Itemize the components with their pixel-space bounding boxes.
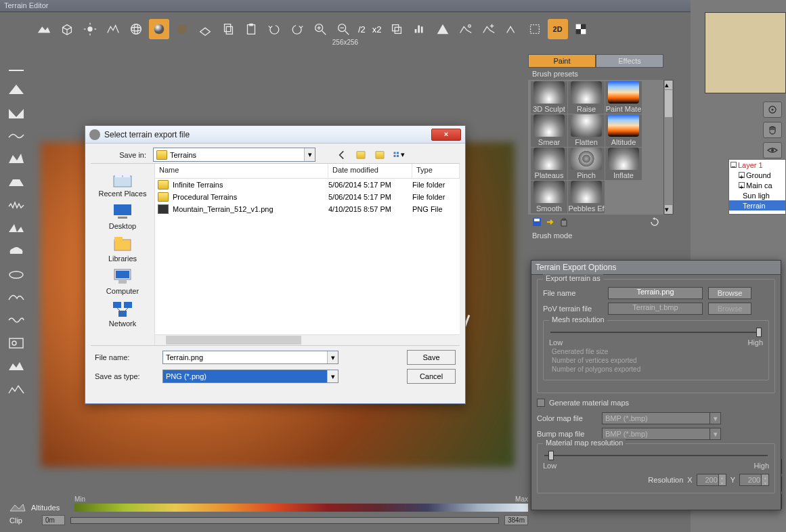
export-title[interactable]: Terrain Export Options [531, 261, 781, 275]
tool-checker-icon[interactable] [571, 19, 591, 39]
lt-cliff-icon[interactable] [5, 218, 27, 237]
clip-low[interactable]: 0m [42, 515, 65, 525]
brush-paint-material[interactable]: Paint Mate [605, 81, 642, 114]
tool-select-icon[interactable] [525, 19, 545, 39]
tool-hist-icon[interactable] [410, 19, 430, 39]
place-desktop[interactable]: Desktop [109, 200, 136, 231]
tool-sun-icon[interactable] [80, 19, 100, 39]
file-row[interactable]: Mountain_Terrain_512_v1.png 4/10/2015 8:… [155, 203, 460, 215]
tool-fx-icon[interactable] [456, 19, 476, 39]
layer-sun[interactable]: Sun ligh [743, 192, 770, 200]
tool-2d-button[interactable]: 2D [548, 19, 568, 39]
tool-globe-icon[interactable] [126, 19, 146, 39]
browse-filename-button[interactable]: Browse [708, 287, 751, 299]
place-network[interactable]: Network [109, 298, 136, 329]
file-row[interactable]: Infinite Terrains 5/06/2014 5:17 PM File… [155, 179, 460, 191]
tool-x2-button[interactable]: x2 [370, 19, 384, 39]
brush-raise[interactable]: Raise [568, 81, 605, 114]
place-libraries[interactable]: Libraries [108, 233, 137, 264]
lt-smooth-icon[interactable] [5, 126, 27, 145]
altitudes-gradient[interactable]: Min Max [74, 504, 528, 512]
res-y-input[interactable]: 200▴▾ [739, 474, 769, 486]
brush-plateaus[interactable]: Plateaus [531, 148, 567, 180]
layer-terrain[interactable]: Terrain [743, 202, 766, 210]
res-x-input[interactable]: 200▴▾ [697, 474, 726, 486]
gen-material-maps-check[interactable]: Generate material maps [537, 399, 775, 407]
tab-paint[interactable]: Paint [528, 54, 596, 68]
cancel-button[interactable]: Cancel [407, 369, 456, 384]
lt-waves-icon[interactable] [5, 310, 27, 329]
chevron-down-icon[interactable]: ▾ [304, 148, 315, 161]
tool-brush-icon[interactable] [502, 19, 522, 39]
tool-plane-icon[interactable] [195, 19, 215, 39]
lt-mesa-icon[interactable] [5, 172, 27, 191]
lt-peak-icon[interactable] [5, 80, 27, 99]
layer-tree[interactable]: −Layer 1 +Ground +Main ca Sun ligh Terra… [728, 159, 786, 215]
col-date[interactable]: Date modified [328, 164, 412, 178]
preview-target-icon[interactable] [763, 102, 782, 118]
tool-half-button[interactable]: /2 [356, 19, 368, 39]
nav-up-icon[interactable] [355, 149, 367, 161]
preview-hand-icon[interactable] [763, 122, 782, 138]
lt-erosion-icon[interactable] [5, 287, 27, 306]
tool-crop-icon[interactable] [387, 19, 407, 39]
tool-sphere2-icon[interactable] [172, 19, 192, 39]
preset-save-icon[interactable] [532, 217, 542, 227]
preset-reset-icon[interactable] [650, 217, 659, 227]
chevron-down-icon[interactable]: ▾ [327, 351, 338, 363]
preset-delete-icon[interactable] [559, 217, 569, 227]
col-name[interactable]: Name [155, 164, 328, 178]
brush-inflate[interactable]: Inflate [605, 148, 642, 180]
tool-redo-icon[interactable] [287, 19, 307, 39]
place-recent[interactable]: Recent Places [99, 168, 147, 199]
save-in-combo[interactable]: Terrains ▾ [153, 148, 315, 162]
brush-pebbles[interactable]: Pebbles Ef [568, 181, 605, 213]
tool-undo-icon[interactable] [264, 19, 284, 39]
tool-terrain-icon[interactable] [34, 19, 54, 39]
save-button[interactable]: Save [407, 350, 456, 365]
tool-zoomout-icon[interactable] [333, 19, 353, 39]
file-dialog-titlebar[interactable]: Select terrain export file × [85, 126, 465, 143]
file-list-header[interactable]: Name Date modified Type [155, 164, 460, 179]
view-menu-icon[interactable]: ▾ [393, 149, 405, 161]
nav-back-icon[interactable] [336, 149, 348, 161]
place-computer[interactable]: Computer [106, 265, 139, 296]
tool-sphere-icon[interactable] [149, 19, 169, 39]
export-filename-input[interactable]: Terrain.png [608, 287, 703, 299]
col-type[interactable]: Type [412, 164, 460, 178]
preset-export-icon[interactable] [546, 217, 555, 227]
lt-mountains2-icon[interactable] [5, 379, 27, 398]
tool-cube-icon[interactable] [57, 19, 77, 39]
brush-smooth[interactable]: Smooth [531, 181, 567, 213]
lt-mountains-icon[interactable] [5, 356, 27, 375]
file-list-hscroll[interactable] [155, 334, 460, 345]
preview-eye-icon[interactable] [763, 142, 782, 158]
layer-camera[interactable]: Main ca [746, 181, 772, 190]
lt-crater-icon[interactable] [5, 264, 27, 283]
brush-scrollbar[interactable]: ▴ ▾ [663, 80, 674, 215]
tool-zoomin-icon[interactable] [310, 19, 330, 39]
mesh-res-slider[interactable] [550, 328, 762, 337]
mat-res-slider[interactable] [544, 451, 768, 460]
brush-altitude[interactable]: Altitude [605, 114, 642, 147]
clip-slider[interactable] [70, 517, 499, 524]
tool-gamma-icon[interactable] [433, 19, 453, 39]
file-list[interactable]: Infinite Terrains 5/06/2014 5:17 PM File… [155, 179, 460, 334]
clip-high[interactable]: 384m [504, 515, 528, 525]
brush-smear[interactable]: Smear [531, 114, 567, 147]
file-row[interactable]: Procedural Terrains 5/06/2014 5:17 PM Fi… [155, 191, 460, 203]
lt-valley-icon[interactable] [5, 103, 27, 122]
tool-peaks-icon[interactable] [103, 19, 123, 39]
layer-ground[interactable]: Ground [746, 171, 771, 179]
preview-3d[interactable] [705, 12, 786, 93]
tool-copy-icon[interactable] [218, 19, 238, 39]
chevron-down-icon[interactable]: ▾ [327, 370, 338, 382]
save-as-type-combo[interactable]: PNG (*.png) ▾ [162, 370, 339, 383]
file-dialog-close-icon[interactable]: × [431, 129, 461, 141]
tool-paste-icon[interactable] [241, 19, 261, 39]
lt-noise-icon[interactable] [5, 195, 27, 214]
brush-pinch[interactable]: Pinch [568, 148, 605, 180]
lt-rock-icon[interactable] [5, 241, 27, 260]
brush-flatten[interactable]: Flatten [568, 114, 605, 147]
lt-photo-icon[interactable] [5, 333, 27, 352]
